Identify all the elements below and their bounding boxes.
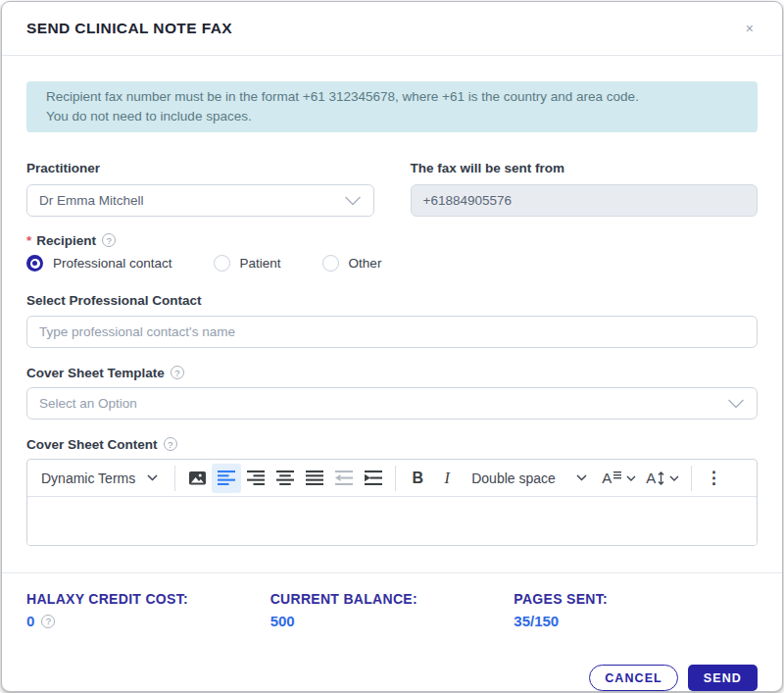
radio-unselected-icon: [214, 255, 230, 272]
chevron-down-icon: [626, 475, 636, 481]
cover-sheet-content-label: Cover Sheet Content: [26, 437, 158, 452]
dynamic-terms-label: Dynamic Terms: [41, 470, 135, 486]
align-right-icon: [247, 470, 265, 486]
practitioner-select[interactable]: Dr Emma Mitchell: [26, 184, 374, 217]
fax-from-label: The fax will be sent from: [411, 160, 759, 175]
recipient-help-icon[interactable]: ?: [102, 233, 116, 247]
align-right-button[interactable]: [241, 464, 270, 493]
cover-sheet-editor: Dynamic Terms: [26, 459, 758, 546]
cover-sheet-content-help-icon[interactable]: ?: [164, 437, 177, 451]
radio-label: Other: [349, 256, 382, 271]
footer-stats: HALAXY CREDIT COST: 0 ? CURRENT BALANCE:…: [2, 573, 782, 629]
justify-button[interactable]: [300, 464, 329, 493]
action-buttons: CANCEL SEND: [2, 665, 782, 691]
outdent-button: [329, 464, 359, 493]
recipient-radio-group: Professional contact Patient Other: [26, 255, 758, 272]
align-left-icon: [218, 470, 235, 486]
recipient-label-row: * Recipient ?: [26, 232, 758, 248]
toolbar-separator: [691, 466, 692, 491]
radio-selected-icon: [26, 255, 43, 272]
font-format-dropdown[interactable]: A: [597, 464, 641, 493]
current-balance-stat: CURRENT BALANCE: 500: [270, 591, 514, 629]
send-button[interactable]: SEND: [688, 665, 758, 691]
pages-sent-label: PAGES SENT:: [514, 591, 758, 608]
current-balance-label: CURRENT BALANCE:: [270, 591, 514, 608]
justify-icon: [306, 470, 323, 486]
align-left-button[interactable]: [212, 464, 241, 493]
cover-sheet-template-label: Cover Sheet Template: [26, 366, 165, 380]
bold-button[interactable]: B: [403, 464, 432, 493]
vertical-arrow-icon: [658, 471, 664, 485]
modal-header: SEND CLINICAL NOTE FAX ×: [2, 2, 782, 56]
editor-toolbar: Dynamic Terms: [27, 460, 757, 497]
cover-sheet-content-label-row: Cover Sheet Content ?: [26, 436, 758, 452]
cancel-button[interactable]: CANCEL: [589, 665, 678, 691]
line-spacing-value: Double space: [471, 470, 556, 486]
banner-line-2: You do not need to include spaces.: [46, 107, 738, 126]
required-asterisk: *: [26, 233, 31, 248]
cover-sheet-template-label-row: Cover Sheet Template ?: [26, 365, 758, 380]
chevron-down-icon: [669, 475, 679, 481]
radio-unselected-icon: [322, 255, 339, 272]
more-options-icon[interactable]: ⋮: [699, 464, 728, 493]
font-size-icon: A: [646, 470, 656, 486]
indent-icon: [365, 470, 382, 486]
radio-label: Patient: [240, 256, 281, 271]
toolbar-separator: [174, 466, 175, 491]
credit-cost-stat: HALAXY CREDIT COST: 0 ?: [26, 591, 270, 629]
fax-from-input: [423, 193, 746, 208]
font-size-dropdown[interactable]: A: [641, 464, 684, 493]
pages-sent-value: 35/150: [514, 613, 559, 629]
radio-label: Professional contact: [53, 256, 172, 271]
fax-format-info-banner: Recipient fax number must be in the form…: [26, 81, 758, 132]
recipient-label: Recipient: [36, 233, 96, 248]
font-format-icon: A: [602, 470, 612, 486]
close-icon[interactable]: ×: [742, 18, 758, 39]
professional-contact-label: Select Professional Contact: [26, 292, 758, 308]
image-icon: [188, 469, 207, 487]
chevron-down-icon: [727, 399, 745, 409]
cover-sheet-template-help-icon[interactable]: ?: [171, 366, 184, 379]
insert-image-button[interactable]: [182, 464, 212, 493]
outdent-icon: [335, 470, 353, 486]
credit-cost-label: HALAXY CREDIT COST:: [26, 591, 270, 608]
cover-sheet-template-select[interactable]: Select an Option: [26, 387, 758, 420]
send-fax-modal: SEND CLINICAL NOTE FAX × Recipient fax n…: [1, 1, 783, 692]
chevron-down-icon: [344, 196, 362, 206]
radio-professional-contact[interactable]: Professional contact: [26, 255, 172, 272]
align-center-icon: [276, 470, 294, 486]
modal-title: SEND CLINICAL NOTE FAX: [26, 20, 232, 37]
radio-patient[interactable]: Patient: [214, 255, 281, 272]
chevron-down-icon: [576, 474, 587, 481]
radio-other[interactable]: Other: [322, 255, 382, 272]
practitioner-field: Practitioner Dr Emma Mitchell: [26, 160, 374, 217]
dynamic-terms-dropdown[interactable]: Dynamic Terms: [35, 464, 168, 493]
banner-line-1: Recipient fax number must be in the form…: [46, 87, 738, 107]
cover-sheet-template-placeholder: Select an Option: [39, 396, 137, 411]
modal-body: Recipient fax number must be in the form…: [2, 56, 782, 558]
toolbar-separator: [395, 466, 396, 491]
professional-contact-input-wrap: [26, 316, 758, 348]
align-center-button[interactable]: [270, 464, 300, 493]
line-spacing-dropdown[interactable]: Double space: [462, 464, 597, 493]
cover-sheet-content-textarea[interactable]: [27, 497, 757, 545]
current-balance-value: 500: [270, 613, 295, 629]
chevron-down-icon: [147, 474, 158, 481]
fax-from-field: The fax will be sent from: [411, 160, 759, 217]
lines-icon: [613, 471, 621, 479]
credit-cost-help-icon[interactable]: ?: [41, 615, 55, 628]
italic-button[interactable]: I: [432, 464, 462, 493]
pages-sent-stat: PAGES SENT: 35/150: [514, 591, 758, 629]
fax-from-input-wrap: [411, 184, 759, 217]
professional-contact-input[interactable]: [39, 324, 745, 339]
credit-cost-value: 0: [26, 613, 34, 629]
practitioner-label: Practitioner: [26, 160, 374, 175]
indent-button[interactable]: [359, 464, 388, 493]
practitioner-value: Dr Emma Mitchell: [39, 193, 144, 208]
